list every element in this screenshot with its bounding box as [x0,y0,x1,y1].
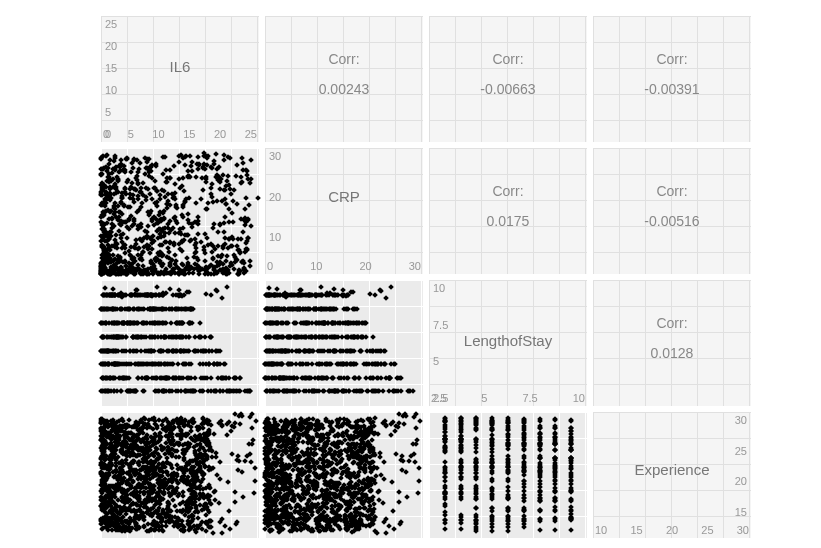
pairs-matrix: IL6 0 5 10 15 20 25 0 5 10 15 20 25 Corr… [100,15,752,539]
axis-x-CRP: 0 10 20 30 [267,260,421,272]
corr-label: Corr: [656,51,687,67]
scatter-IL6-CRP [100,147,260,275]
var-label-Exp: Experience [634,460,709,477]
corr-value: 0.0175 [487,213,530,229]
corr-label: Corr: [656,183,687,199]
axis-y-Exp: 15 20 25 30 [735,414,747,536]
axis-y-LoS: 2.5 5 7.5 10 [433,282,453,404]
var-label-CRP: CRP [328,187,360,204]
scatter-CRP-Exp [264,411,424,539]
var-label-LoS: LengthofStay [464,332,552,349]
corr-CRP-LoS: Corr: 0.0175 [428,147,588,275]
axis-x-LoS: 2.5 5 7.5 10 [431,392,585,404]
axis-x-Exp: 10 15 20 25 30 [595,524,749,536]
diag-CRP: CRP 10 20 30 0 10 20 30 [264,147,424,275]
scatter-CRP-LoS [264,279,424,407]
corr-label: Corr: [656,315,687,331]
corr-IL6-LoS: Corr: -0.00663 [428,15,588,143]
axis-y-CRP: 10 20 30 [269,150,289,272]
corr-value: -0.00663 [480,81,535,97]
scatter-IL6-LoS [100,279,260,407]
corr-LoS-Exp: Corr: 0.0128 [592,279,752,407]
corr-CRP-Exp: Corr: -0.00516 [592,147,752,275]
diag-Exp: Experience 15 20 25 30 10 15 20 25 30 [592,411,752,539]
diag-IL6: IL6 0 5 10 15 20 25 0 5 10 15 20 25 [100,15,260,143]
corr-value: 0.00243 [319,81,370,97]
corr-value: 0.0128 [651,345,694,361]
corr-value: -0.00516 [644,213,699,229]
diag-LoS: LengthofStay 2.5 5 7.5 10 2.5 5 7.5 10 [428,279,588,407]
scatter-LoS-Exp [428,411,588,539]
corr-label: Corr: [492,51,523,67]
axis-y-IL6: 0 5 10 15 20 25 [105,18,125,140]
corr-label: Corr: [328,51,359,67]
corr-value: -0.00391 [644,81,699,97]
corr-IL6-Exp: Corr: -0.00391 [592,15,752,143]
corr-IL6-CRP: Corr: 0.00243 [264,15,424,143]
corr-label: Corr: [492,183,523,199]
axis-x-IL6: 0 5 10 15 20 25 [103,128,257,140]
var-label-IL6: IL6 [170,58,191,75]
scatter-IL6-Exp [100,411,260,539]
